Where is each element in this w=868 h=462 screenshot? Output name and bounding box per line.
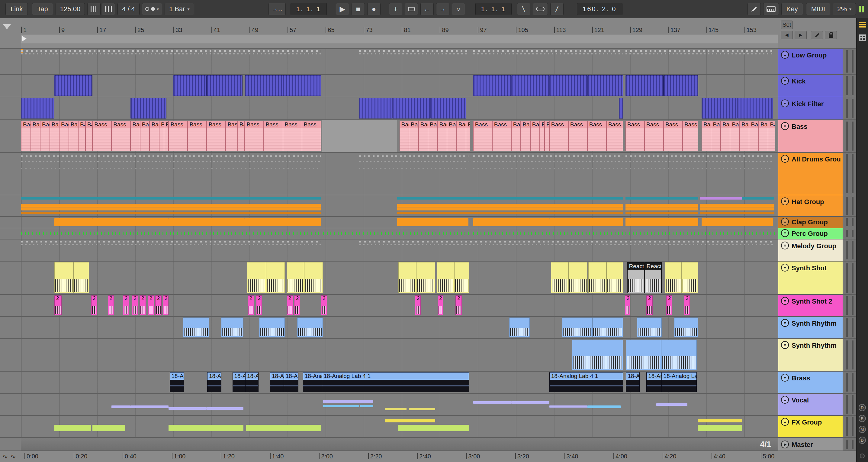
clip[interactable]: Bass bbox=[492, 121, 511, 151]
arrangement-record-button[interactable]: + bbox=[389, 3, 402, 15]
clip[interactable] bbox=[92, 218, 168, 226]
clip[interactable]: Bass bbox=[549, 121, 568, 151]
clip[interactable]: Bass bbox=[711, 121, 721, 151]
clip[interactable]: 18-Analog Lab 4 1 bbox=[549, 372, 623, 392]
track-header-fx-group[interactable]: ≡FX Group bbox=[778, 416, 843, 437]
loop-strip[interactable] bbox=[21, 43, 778, 48]
clip[interactable] bbox=[409, 408, 435, 411]
clip[interactable]: Bass bbox=[759, 121, 768, 151]
clip[interactable] bbox=[21, 154, 321, 171]
rail-badge-d[interactable]: D bbox=[859, 404, 866, 411]
fold-icon[interactable]: ▾ bbox=[781, 122, 789, 130]
grid-view-icon[interactable] bbox=[859, 34, 866, 41]
clip[interactable] bbox=[73, 262, 89, 293]
clip-lane-hat-group[interactable] bbox=[21, 195, 778, 216]
clip-lane-brass[interactable]: 18-Analog Lab 4 118-Analog Lab 4 118-Ana… bbox=[21, 372, 778, 393]
group-icon[interactable]: ≡ bbox=[781, 229, 789, 237]
clip[interactable]: Bass bbox=[207, 121, 226, 151]
clip[interactable] bbox=[549, 196, 623, 215]
clip[interactable] bbox=[397, 218, 468, 226]
clip-lane-vocal[interactable] bbox=[21, 394, 778, 415]
clip[interactable] bbox=[698, 425, 742, 431]
draw-automation-button[interactable] bbox=[811, 31, 823, 39]
clip[interactable] bbox=[359, 154, 468, 171]
clip[interactable]: Bass bbox=[428, 121, 438, 151]
cpu-meter[interactable]: 2% ▾ bbox=[833, 3, 856, 15]
clip[interactable] bbox=[130, 98, 166, 118]
clip[interactable]: Bass bbox=[78, 121, 86, 151]
clip[interactable]: 2 bbox=[625, 295, 630, 315]
clip[interactable]: 2 bbox=[666, 295, 672, 315]
clip[interactable] bbox=[587, 75, 623, 96]
clip[interactable] bbox=[21, 98, 54, 118]
bar-ruler[interactable]: 1917253341495765738189971051131211291371… bbox=[21, 26, 778, 34]
tempo-field[interactable]: 125.00 bbox=[56, 3, 85, 15]
clip[interactable]: Bass bbox=[740, 121, 749, 151]
clip[interactable]: Bass bbox=[545, 121, 549, 151]
clip[interactable] bbox=[454, 262, 469, 293]
clip[interactable] bbox=[637, 317, 662, 338]
clip[interactable] bbox=[221, 317, 243, 338]
clip[interactable] bbox=[587, 405, 621, 408]
clip[interactable]: 2 bbox=[155, 295, 161, 315]
track-header-bass[interactable]: ▾Bass bbox=[778, 120, 843, 152]
clip[interactable] bbox=[511, 75, 549, 96]
clip-lane-melody-group[interactable] bbox=[21, 239, 778, 261]
clip[interactable] bbox=[168, 196, 245, 215]
clip[interactable]: 2 bbox=[684, 295, 690, 315]
clip[interactable]: Bass bbox=[625, 121, 645, 151]
clip[interactable] bbox=[323, 232, 469, 235]
clip[interactable]: Bass bbox=[521, 121, 530, 151]
clip[interactable] bbox=[562, 317, 592, 338]
clip[interactable] bbox=[416, 262, 435, 293]
clip[interactable] bbox=[509, 317, 530, 338]
clip[interactable] bbox=[625, 154, 773, 171]
clip[interactable] bbox=[207, 407, 243, 409]
clip[interactable]: 2 bbox=[163, 295, 168, 315]
clip-lane-synth-rhythm[interactable] bbox=[21, 339, 778, 371]
loop-switch-button[interactable] bbox=[533, 3, 548, 15]
prev-marker-button[interactable]: ◄ bbox=[781, 31, 793, 39]
clip[interactable]: Bass bbox=[226, 121, 238, 151]
time-signature-field[interactable]: 4 / 4 bbox=[118, 3, 140, 15]
hamburger-menu-icon[interactable] bbox=[859, 22, 866, 28]
overdub-button[interactable] bbox=[405, 3, 418, 15]
clip[interactable]: 2 bbox=[148, 295, 154, 315]
clip[interactable] bbox=[112, 405, 130, 408]
clip-lane-clap-group[interactable] bbox=[21, 217, 778, 228]
track-header-synth-rhythm[interactable]: ▾Synth Rhythm bbox=[778, 339, 843, 371]
clip[interactable]: 18-Analog Lab 4 1 bbox=[303, 372, 322, 392]
punch-in-button[interactable]: \ bbox=[517, 3, 530, 15]
key-map-button[interactable]: Key bbox=[781, 3, 803, 15]
clip[interactable] bbox=[92, 425, 125, 431]
nudge-down-button[interactable] bbox=[87, 3, 100, 15]
clip[interactable] bbox=[297, 317, 323, 338]
clip[interactable] bbox=[663, 75, 698, 96]
clip[interactable] bbox=[283, 75, 321, 96]
clip[interactable] bbox=[682, 262, 698, 293]
clip[interactable]: Bass bbox=[663, 121, 683, 151]
clip[interactable]: 18-Analog Lab 4 1 bbox=[207, 372, 221, 392]
clip[interactable] bbox=[625, 196, 698, 215]
clip[interactable]: Bass bbox=[438, 121, 447, 151]
track-header-kick[interactable]: ▾Kick bbox=[778, 75, 843, 97]
clip[interactable]: Bass bbox=[768, 121, 775, 151]
clip[interactable] bbox=[360, 405, 373, 408]
clip[interactable] bbox=[54, 75, 92, 96]
clip[interactable]: Bass bbox=[130, 121, 140, 151]
clip[interactable] bbox=[168, 425, 243, 431]
clip[interactable]: Bass bbox=[530, 121, 540, 151]
clip[interactable]: Bass bbox=[168, 121, 188, 151]
time-selection[interactable] bbox=[322, 120, 397, 152]
clip[interactable] bbox=[359, 50, 468, 55]
loop-length-display[interactable]: 160. 2. 0 bbox=[577, 3, 622, 15]
clip-lane-kick-filter[interactable] bbox=[21, 97, 778, 119]
clip[interactable]: Bass bbox=[302, 121, 321, 151]
master-lane[interactable]: 4/1 bbox=[21, 438, 778, 451]
clip[interactable] bbox=[626, 340, 661, 370]
clip[interactable] bbox=[700, 196, 742, 215]
follow-button[interactable]: →‥ bbox=[269, 3, 286, 15]
clip[interactable] bbox=[54, 218, 92, 226]
clip[interactable] bbox=[21, 196, 92, 215]
clip[interactable] bbox=[247, 262, 266, 293]
